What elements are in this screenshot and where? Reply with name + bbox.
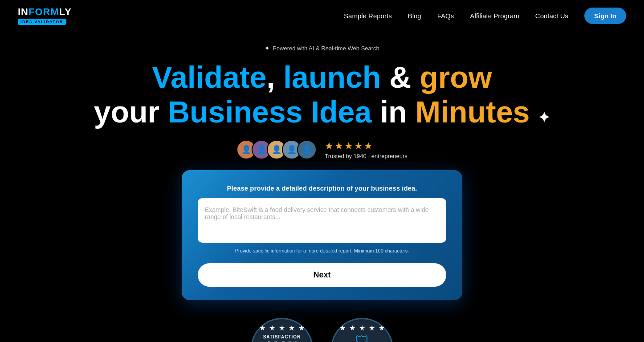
signin-button[interactable]: Sign In — [584, 8, 626, 24]
sparkle-icon: ✦ — [538, 110, 550, 126]
nav-blog[interactable]: Blog — [408, 12, 421, 20]
title-minutes: Minutes — [416, 95, 530, 129]
nav-links: Sample Reports Blog FAQs Affiliate Progr… — [344, 8, 626, 24]
stars-section: ★★★★★ Trusted by 1940+ entrepreneurs — [325, 140, 408, 159]
shield-icon: 🛡 — [355, 333, 369, 342]
bolt-icon: ✦ — [265, 45, 270, 52]
title-grow: grow — [420, 60, 492, 94]
logo-form: FORM — [29, 6, 59, 17]
nav-sample-reports[interactable]: Sample Reports — [344, 12, 392, 20]
logo-badge: IDEA VALIDATOR — [18, 19, 66, 25]
badge-deco-stars-top: ★★★★★ — [259, 324, 305, 332]
satisfaction-badge: ★★★★★ SATISFACTION 100% GUARANTEE 🌿🌿 ★★★… — [251, 318, 313, 342]
nav-contact[interactable]: Contact Us — [535, 12, 568, 20]
social-proof: 👤 👤 👤 👤 👤 ★★★★★ Trusted by 1940+ entrepr… — [9, 140, 635, 159]
next-button[interactable]: Next — [198, 263, 446, 287]
title-amp: & — [381, 60, 420, 94]
hero-section: ✦ Powered with AI & Real-time Web Search… — [0, 31, 644, 342]
logo[interactable]: INFORMLY IDEA VALIDATOR — [18, 6, 72, 25]
confidentiality-badge: ★★★★★ 🛡 100% CONFIDENTIALITY GUARANTEE ★… — [331, 318, 393, 342]
title-launch: launch — [283, 60, 381, 94]
title-comma: , — [266, 60, 283, 94]
title-your: your — [94, 95, 159, 129]
hero-title: Validate, launch & grow your Business Id… — [9, 60, 635, 129]
conf-deco-stars-top: ★★★★★ — [339, 324, 385, 332]
title-business-idea: Business Idea — [168, 95, 371, 129]
trusted-text: Trusted by 1940+ entrepreneurs — [325, 153, 408, 159]
powered-text: Powered with AI & Real-time Web Search — [273, 45, 379, 52]
star-rating: ★★★★★ — [325, 140, 408, 152]
logo-in: IN — [18, 6, 29, 17]
form-hint: Provide specific information for a more … — [198, 248, 446, 253]
business-idea-form-card: Please provide a detailed description of… — [182, 170, 462, 300]
logo-ly: LY — [59, 6, 72, 17]
nav-affiliate[interactable]: Affiliate Program — [470, 12, 519, 20]
avatar-5: 👤 — [297, 140, 317, 159]
business-idea-textarea[interactable] — [198, 198, 446, 243]
title-in: in — [380, 95, 407, 129]
nav-faqs[interactable]: FAQs — [437, 12, 454, 20]
powered-badge: ✦ Powered with AI & Real-time Web Search — [9, 45, 635, 52]
badges-row: ★★★★★ SATISFACTION 100% GUARANTEE 🌿🌿 ★★★… — [9, 314, 635, 342]
form-label: Please provide a detailed description of… — [198, 184, 446, 192]
satisfaction-percent: 100% — [265, 339, 299, 342]
avatar-group: 👤 👤 👤 👤 👤 — [236, 140, 317, 159]
navbar: INFORMLY IDEA VALIDATOR Sample Reports B… — [0, 0, 644, 31]
title-validate: Validate — [152, 60, 266, 94]
